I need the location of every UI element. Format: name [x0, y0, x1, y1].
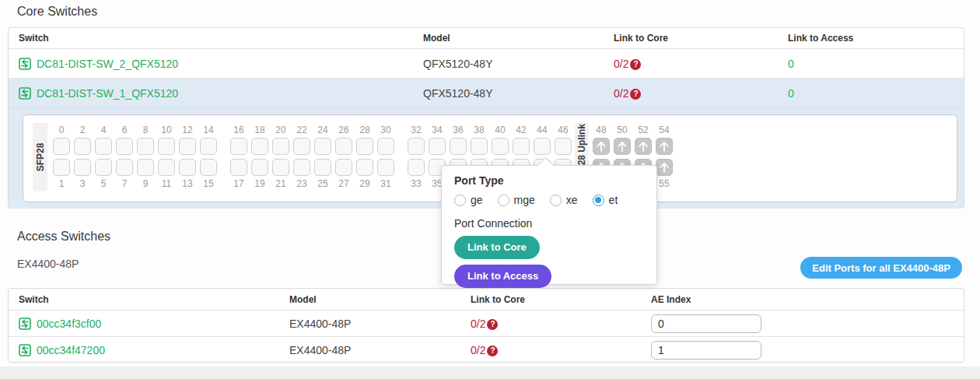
core-switches-title: Core Switches	[17, 5, 97, 19]
radio-unselected-icon[interactable]	[454, 195, 466, 206]
port-box[interactable]	[179, 159, 196, 176]
switch-name-link[interactable]: DC81-DIST-SW_2_QFX5120	[19, 49, 178, 79]
port-box[interactable]	[116, 159, 133, 176]
port-column: 23	[74, 125, 91, 189]
port-box[interactable]	[356, 138, 373, 155]
radio-selected-icon[interactable]	[593, 195, 604, 206]
table-row[interactable]: 00cc34f3cf00 EX4400-48P 0/2?	[9, 311, 964, 337]
port-box[interactable]	[555, 138, 572, 155]
port-box[interactable]	[513, 138, 530, 155]
switch-name-link[interactable]: DC81-DIST-SW_1_QFX5120	[19, 79, 178, 108]
port-box[interactable]	[230, 138, 247, 155]
port-box[interactable]	[450, 138, 467, 155]
port-box[interactable]	[230, 159, 247, 176]
port-number: 27	[338, 178, 348, 189]
warning-question-badge-icon[interactable]: ?	[487, 346, 498, 356]
port-type-radio-xe[interactable]: xe	[550, 194, 578, 206]
port-box[interactable]	[293, 138, 310, 155]
port-box[interactable]	[74, 159, 91, 176]
port-box[interactable]	[335, 138, 352, 155]
link-to-core-cell: 0/2?	[614, 79, 641, 108]
port-number: 36	[453, 125, 463, 135]
port-number: 14	[203, 125, 213, 135]
port-box[interactable]	[74, 138, 91, 155]
port-number: 8	[143, 125, 149, 135]
uplink-port-box[interactable]	[593, 138, 610, 155]
port-box[interactable]	[53, 159, 70, 176]
switch-icon	[19, 344, 31, 356]
port-box[interactable]	[137, 159, 154, 176]
port-number: 46	[558, 125, 568, 135]
model-cell: QFX5120-48Y	[423, 49, 493, 79]
switch-name-link[interactable]: 00cc34f3cf00	[19, 311, 101, 337]
port-number: 50	[617, 125, 627, 135]
port-number: 9	[143, 178, 149, 189]
uplink-port-box[interactable]	[635, 138, 652, 155]
port-box[interactable]	[272, 159, 289, 176]
port-box[interactable]	[137, 138, 154, 155]
port-box[interactable]	[492, 138, 509, 155]
port-box[interactable]	[314, 138, 331, 155]
port-box[interactable]	[429, 138, 446, 155]
edit-ports-button[interactable]: Edit Ports for all EX4400-48P	[800, 257, 962, 279]
uplink-port-box[interactable]	[614, 138, 631, 155]
core-header-link-to-core: Link to Core	[614, 28, 668, 49]
port-type-radio-ge[interactable]: ge	[454, 194, 483, 206]
port-config-popover: Port Type gemgexeet Port Connection Link…	[441, 165, 657, 285]
port-box[interactable]	[116, 138, 133, 155]
port-box[interactable]	[356, 159, 373, 176]
port-box[interactable]	[251, 138, 268, 155]
port-number: 3	[80, 178, 86, 189]
port-number: 40	[495, 125, 505, 135]
port-box[interactable]	[408, 138, 425, 155]
port-box[interactable]	[314, 159, 331, 176]
port-box[interactable]	[200, 138, 217, 155]
link-to-access-button[interactable]: Link to Access	[454, 265, 551, 288]
radio-unselected-icon[interactable]	[550, 195, 562, 206]
port-column: 45	[95, 125, 112, 189]
port-box[interactable]	[179, 138, 196, 155]
switch-name-link[interactable]: 00cc34f47200	[19, 337, 105, 363]
port-type-radio-mge[interactable]: mge	[498, 194, 535, 206]
port-type-radio-et[interactable]: et	[593, 194, 618, 206]
port-column: 01	[53, 125, 70, 189]
port-box[interactable]	[534, 138, 551, 155]
port-box[interactable]	[251, 159, 268, 176]
port-box[interactable]	[53, 138, 70, 155]
port-group: 16171819202122232425262728293031	[230, 125, 394, 189]
table-row-selected[interactable]: DC81-DIST-SW_1_QFX5120 QFX5120-48Y 0/2? …	[9, 79, 964, 108]
ae-index-input[interactable]	[651, 314, 761, 333]
port-number: 33	[411, 178, 421, 189]
access-model-subtitle: EX4400-48P	[17, 258, 79, 270]
warning-question-badge-icon[interactable]: ?	[630, 59, 641, 70]
uplink-port-box[interactable]	[656, 138, 673, 155]
port-box[interactable]	[377, 138, 394, 155]
port-number: 34	[432, 125, 442, 135]
port-box[interactable]	[408, 159, 425, 176]
port-box[interactable]	[293, 159, 310, 176]
table-row[interactable]: DC81-DIST-SW_2_QFX5120 QFX5120-48Y 0/2? …	[9, 49, 964, 79]
port-box[interactable]	[95, 138, 112, 155]
access-switches-title: Access Switches	[17, 230, 110, 244]
port-number: 42	[516, 125, 526, 135]
ae-index-input[interactable]	[651, 341, 761, 360]
port-number: 22	[296, 125, 306, 135]
warning-question-badge-icon[interactable]: ?	[630, 89, 641, 100]
port-box[interactable]	[335, 159, 352, 176]
port-box[interactable]	[377, 159, 394, 176]
port-box[interactable]	[158, 159, 175, 176]
uplink-port-box[interactable]	[656, 159, 673, 176]
link-to-core-button[interactable]: Link to Core	[454, 236, 540, 259]
access-switches-table: Switch Model Link to Core AE Index 00cc3…	[8, 288, 964, 363]
port-box[interactable]	[95, 159, 112, 176]
port-box[interactable]	[158, 138, 175, 155]
port-box[interactable]	[272, 138, 289, 155]
port-box[interactable]	[200, 159, 217, 176]
table-row[interactable]: 00cc34f47200 EX4400-48P 0/2?	[9, 337, 964, 363]
core-table-header: Switch Model Link to Core Link to Access	[9, 28, 964, 49]
radio-unselected-icon[interactable]	[498, 195, 509, 206]
port-number: 2	[80, 125, 86, 135]
port-number: 29	[359, 178, 369, 189]
warning-question-badge-icon[interactable]: ?	[487, 319, 498, 330]
port-box[interactable]	[471, 138, 488, 155]
